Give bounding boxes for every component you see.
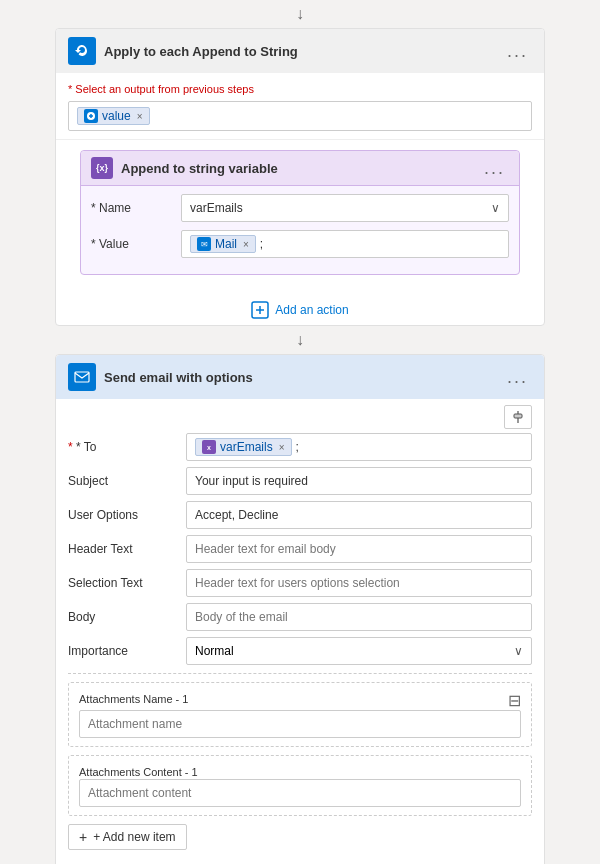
send-email-title: Send email with options xyxy=(104,370,253,385)
attachment-content-box: Attachments Content - 1 xyxy=(68,755,532,816)
header-text-label: Header Text xyxy=(68,542,178,556)
importance-chevron-icon: ∨ xyxy=(514,644,523,658)
mail-token-icon: ✉ xyxy=(197,237,211,251)
value-token[interactable]: value × xyxy=(77,107,150,125)
select-output-label: * Select an output from previous steps xyxy=(68,83,532,95)
importance-label: Importance xyxy=(68,644,178,658)
name-row: * Name varEmails ∨ xyxy=(91,194,509,222)
append-to-string-menu-button[interactable]: ... xyxy=(480,158,509,179)
append-to-string-body: * Name varEmails ∨ * Value ✉ Mail xyxy=(81,186,519,274)
subject-input[interactable] xyxy=(186,467,532,495)
selection-text-label: Selection Text xyxy=(68,576,178,590)
name-input[interactable]: varEmails ∨ xyxy=(181,194,509,222)
apply-to-each-card: Apply to each Append to String ... * Sel… xyxy=(55,28,545,326)
toolbar-pin-button[interactable] xyxy=(504,405,532,429)
header-left: Apply to each Append to String xyxy=(68,37,298,65)
add-new-item-button[interactable]: + + Add new item xyxy=(68,824,187,850)
importance-row: Importance Normal ∨ xyxy=(68,637,532,665)
to-row: * * To x varEmails × ; xyxy=(68,433,532,461)
value-token-close[interactable]: × xyxy=(137,111,143,122)
send-email-menu-button[interactable]: ... xyxy=(503,367,532,388)
mail-token-close[interactable]: × xyxy=(243,239,249,250)
value-token-icon xyxy=(84,109,98,123)
user-options-label: User Options xyxy=(68,508,178,522)
divider-1 xyxy=(68,673,532,674)
to-label: * * To xyxy=(68,440,178,454)
var-emails-token-icon: x xyxy=(202,440,216,454)
append-to-string-card: {x} Append to string variable ... * Name… xyxy=(80,150,520,275)
loop-icon xyxy=(68,37,96,65)
email-toolbar xyxy=(68,405,532,429)
header-text-row: Header Text xyxy=(68,535,532,563)
attachment-content-label: Attachments Content - 1 xyxy=(79,766,198,778)
attachment-content-input[interactable] xyxy=(79,779,521,807)
body-label: Body xyxy=(68,610,178,624)
select-output-section: * Select an output from previous steps v… xyxy=(56,73,544,140)
apply-to-each-header: Apply to each Append to String ... xyxy=(56,29,544,73)
subject-row: Subject xyxy=(68,467,532,495)
add-action-label: Add an action xyxy=(275,303,348,317)
selection-text-row: Selection Text xyxy=(68,569,532,597)
attachment-name-header: Attachments Name - 1 ⊟ xyxy=(79,691,521,710)
value-label: * Value xyxy=(91,237,171,251)
add-action-icon xyxy=(251,301,269,319)
importance-select[interactable]: Normal ∨ xyxy=(186,637,532,665)
svg-rect-2 xyxy=(75,372,89,382)
to-semicolon: ; xyxy=(296,440,299,454)
user-options-input[interactable] xyxy=(186,501,532,529)
delete-attachment-name-icon[interactable]: ⊟ xyxy=(508,691,521,710)
attachment-name-label: Attachments Name - 1 xyxy=(79,693,188,705)
value-semicolon: ; xyxy=(260,237,263,251)
add-new-item-label: + Add new item xyxy=(93,830,175,844)
header-text-input[interactable] xyxy=(186,535,532,563)
var-emails-token-close[interactable]: × xyxy=(279,442,285,453)
value-input[interactable]: ✉ Mail × ; xyxy=(181,230,509,258)
var-emails-token[interactable]: x varEmails × xyxy=(195,438,292,456)
append-to-string-title: Append to string variable xyxy=(121,161,278,176)
selection-text-input[interactable] xyxy=(186,569,532,597)
mail-token[interactable]: ✉ Mail × xyxy=(190,235,256,253)
attachment-name-box: Attachments Name - 1 ⊟ xyxy=(68,682,532,747)
value-row: * Value ✉ Mail × ; xyxy=(91,230,509,258)
name-label: * Name xyxy=(91,201,171,215)
append-to-string-header: {x} Append to string variable ... xyxy=(81,151,519,186)
to-input[interactable]: x varEmails × ; xyxy=(186,433,532,461)
body-input[interactable] xyxy=(186,603,532,631)
top-connector-arrow: ↓ xyxy=(296,0,304,28)
subject-label: Subject xyxy=(68,474,178,488)
send-email-card: Send email with options ... * * To x var… xyxy=(55,354,545,864)
middle-connector-arrow: ↓ xyxy=(296,326,304,354)
send-email-body: * * To x varEmails × ; Subject User Opti… xyxy=(56,399,544,864)
email-header-icon xyxy=(68,363,96,391)
add-new-item-plus-icon: + xyxy=(79,829,87,845)
send-email-header: Send email with options ... xyxy=(56,355,544,399)
svg-rect-3 xyxy=(514,414,522,418)
user-options-row: User Options xyxy=(68,501,532,529)
var-icon-box: {x} xyxy=(91,157,113,179)
name-chevron-icon: ∨ xyxy=(491,201,500,215)
pin-icon xyxy=(511,410,525,424)
body-row: Body xyxy=(68,603,532,631)
add-action-row[interactable]: Add an action xyxy=(56,291,544,325)
apply-to-each-menu-button[interactable]: ... xyxy=(503,41,532,62)
sub-card-wrapper: {x} Append to string variable ... * Name… xyxy=(56,140,544,291)
apply-to-each-title: Apply to each Append to String xyxy=(104,44,298,59)
select-output-input[interactable]: value × xyxy=(68,101,532,131)
attachment-name-input[interactable] xyxy=(79,710,521,738)
